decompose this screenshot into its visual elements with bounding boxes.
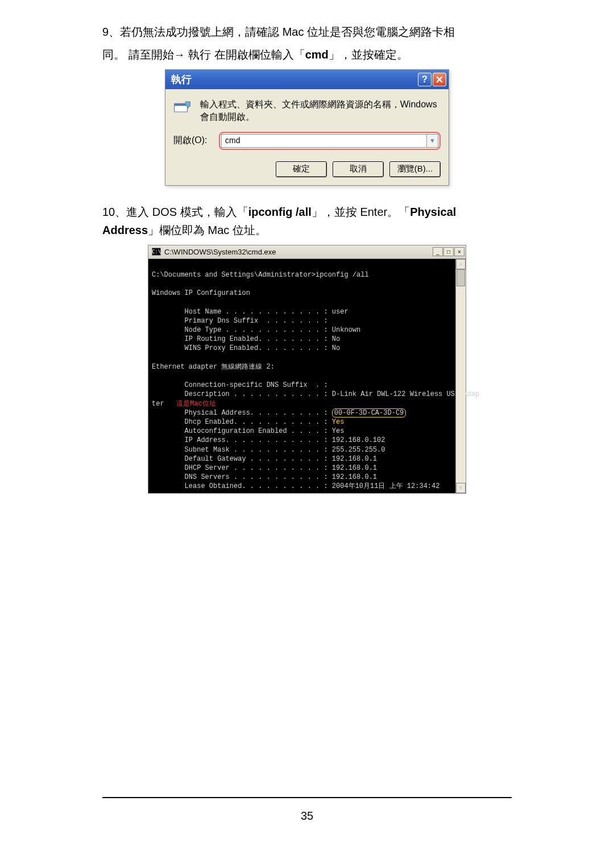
run-body: 輸入程式、資料夾、文件或網際網路資源的名稱，Windows 會自動開啟。 開啟(… xyxy=(165,89,449,185)
run-icon xyxy=(173,98,192,115)
cmd-hostname: Host Name . . . . . . . . . . . . : user xyxy=(152,308,349,316)
cmd-output: ▲▼ C:\Documents and Settings\Administrat… xyxy=(148,259,466,494)
step10-cmd: ipconfig /all xyxy=(248,206,312,218)
cmd-close-button[interactable]: × xyxy=(454,247,464,256)
footer-divider xyxy=(102,797,512,798)
scroll-up-icon[interactable]: ▲ xyxy=(456,259,466,269)
titlebar-buttons: ? xyxy=(418,73,446,86)
cmd-title: C:\WINDOWS\System32\cmd.exe xyxy=(164,248,276,256)
open-input[interactable]: cmd xyxy=(221,134,427,148)
step10-text: 10、進入 DOS 模式，輸入「ipconfig /all」，並按 Enter。… xyxy=(102,203,512,239)
cmd-winsproxy: WINS Proxy Enabled. . . . . . . . : No xyxy=(152,344,340,352)
run-title: 執行 xyxy=(171,73,192,86)
cmd-iprouting: IP Routing Enabled. . . . . . . . : No xyxy=(152,335,340,343)
scroll-down-icon[interactable]: ▼ xyxy=(456,483,466,493)
cancel-button[interactable]: 取消 xyxy=(333,161,384,177)
cmd-lease: Lease Obtained. . . . . . . . . . : 2004… xyxy=(152,482,439,490)
cmd-scrollbar[interactable]: ▲▼ xyxy=(455,259,466,494)
page-number: 35 xyxy=(102,809,512,823)
cmd-header: Windows IP Configuration xyxy=(152,289,250,297)
cmd-ipaddr: IP Address. . . . . . . . . . . . : 192.… xyxy=(152,436,385,444)
mac-address-value: 00-0F-3D-CA-3D-C9 xyxy=(332,408,406,418)
cmd-primarydns: Primary Dns Suffix . . . . . . . : xyxy=(152,317,328,325)
step9-mid: 執行 在開啟欄位輸入「 xyxy=(185,48,305,61)
cmd-dnsservers: DNS Servers . . . . . . . . . . . : 192.… xyxy=(152,473,377,481)
browse-button[interactable]: 瀏覽(B)... xyxy=(389,161,441,177)
page-footer: 35 xyxy=(102,797,512,823)
cmd-autoconf: Autoconfiguration Enabled . . . . : Yes xyxy=(152,427,344,435)
step10-post: 」欄位即為 Mac 位址。 xyxy=(148,224,267,236)
run-dialog: 執行 ? 輸入程式、資料夾、文件或網際網路資源的名稱，Windows 會自動開啟… xyxy=(165,69,449,186)
cmd-description: Description . . . . . . . . . . . : D-Li… xyxy=(152,390,479,398)
step9-pre: 同。 請至開始 xyxy=(102,48,174,61)
cmd-prompt: C:\Documents and Settings\Administrator>… xyxy=(152,271,369,279)
cmd-gateway: Default Gateway . . . . . . . . . : 192.… xyxy=(152,455,377,463)
run-description: 輸入程式、資料夾、文件或網際網路資源的名稱，Windows 會自動開啟。 xyxy=(200,98,441,124)
cmd-nodetype: Node Type . . . . . . . . . . . . : Unkn… xyxy=(152,326,360,334)
mac-note-label: 這是Mac位址 xyxy=(164,400,216,408)
open-label: 開啟(O): xyxy=(173,135,213,147)
scroll-thumb[interactable] xyxy=(457,269,465,286)
cmd-dhcp-value: Yes xyxy=(332,418,345,426)
step9-line1: 9、若仍無法成功撥號上網，請確認 Mac 位址是否與您電腦之網路卡相 xyxy=(102,23,512,41)
cmd-icon: C:\ xyxy=(152,248,161,256)
cmd-titlebar: C:\ C:\WINDOWS\System32\cmd.exe _ □ × xyxy=(148,245,466,259)
cmd-dhcpserver: DHCP Server . . . . . . . . . . . : 192.… xyxy=(152,464,377,472)
cmd-window: C:\ C:\WINDOWS\System32\cmd.exe _ □ × ▲▼… xyxy=(148,245,466,494)
cmd-ter: ter xyxy=(152,400,164,408)
cmd-adapter: Ethernet adapter 無線網路連線 2: xyxy=(152,363,275,371)
ok-button[interactable]: 確定 xyxy=(276,161,327,177)
dropdown-arrow-icon[interactable]: ▼ xyxy=(427,134,438,148)
cmd-dhcp-label: Dhcp Enabled. . . . . . . . . . . : xyxy=(152,418,332,426)
maximize-button[interactable]: □ xyxy=(443,247,454,256)
minimize-button[interactable]: _ xyxy=(433,247,443,256)
cmd-subnet: Subnet Mask . . . . . . . . . . . : 255.… xyxy=(152,446,385,454)
cmd-conndns: Connection-specific DNS Suffix . : xyxy=(152,381,328,389)
input-highlight: cmd ▼ xyxy=(219,132,441,150)
step10-pre: 10、進入 DOS 模式，輸入「 xyxy=(102,206,248,218)
step9-cmd: cmd xyxy=(305,48,329,61)
step10-mid: 」，並按 Enter。「 xyxy=(312,206,410,218)
step9-line2: 同。 請至開始→ 執行 在開啟欄位輸入「cmd」，並按確定。 xyxy=(102,45,512,64)
close-button[interactable] xyxy=(433,73,446,86)
run-titlebar: 執行 ? xyxy=(165,70,449,89)
help-button[interactable]: ? xyxy=(418,73,432,86)
step9-post: 」，並按確定。 xyxy=(329,48,408,61)
cmd-physaddr-label: Physical Address. . . . . . . . . : xyxy=(152,409,332,417)
arrow-icon: → xyxy=(174,48,185,61)
